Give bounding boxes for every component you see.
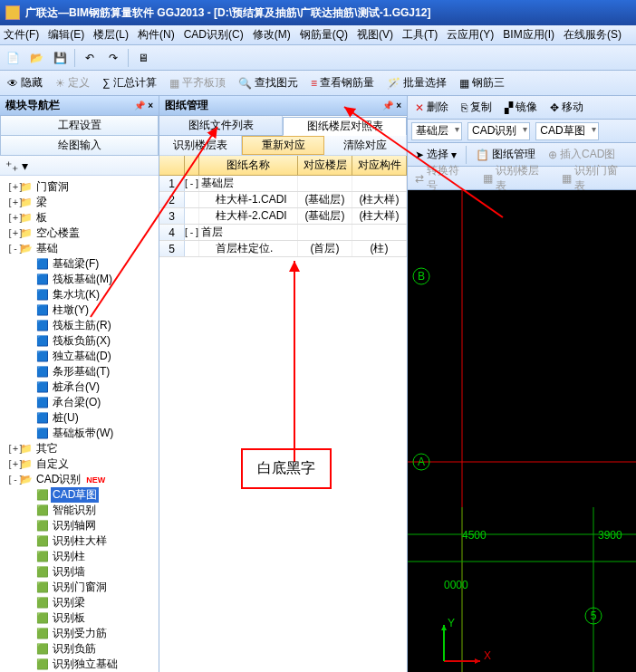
floor-dropdown[interactable]: 基础层 bbox=[411, 122, 462, 140]
table-row[interactable]: 2柱大样-1.CADI(基础层)(柱大样) bbox=[159, 192, 407, 208]
nav-tab-project[interactable]: 工程设置 bbox=[0, 116, 159, 136]
menu-file[interactable]: 文件(F) bbox=[4, 27, 39, 43]
tree-toggle-icon[interactable]: ⁺₊ ▾ bbox=[5, 158, 28, 173]
sum-button[interactable]: ∑ 汇总计算 bbox=[99, 73, 160, 93]
flat-button[interactable]: ▦平齐板顶 bbox=[166, 73, 229, 93]
tree-item[interactable]: 🟩CAD草图 bbox=[2, 487, 157, 503]
menu-modify[interactable]: 修改(M) bbox=[253, 27, 291, 43]
tree-item[interactable]: 🟩识别柱大样 bbox=[2, 533, 157, 549]
cell-expand[interactable] bbox=[185, 192, 199, 207]
menu-cloud[interactable]: 云应用(Y) bbox=[447, 27, 494, 43]
menu-cad[interactable]: CAD识别(C) bbox=[184, 27, 244, 43]
item-dropdown[interactable]: CAD草图 bbox=[535, 122, 598, 140]
drawing-grid[interactable]: 图纸名称 对应楼层 对应构件 1[-]基础层2柱大样-1.CADI(基础层)(柱… bbox=[159, 156, 407, 672]
cell-expand[interactable] bbox=[185, 241, 199, 256]
tree-item[interactable]: 🟦独立基础(D) bbox=[2, 349, 157, 364]
expand-icon[interactable]: [+] bbox=[7, 213, 18, 223]
tree-item[interactable]: 🟦柱墩(Y) bbox=[2, 302, 157, 318]
findmap-button[interactable]: 🔍查找图元 bbox=[235, 73, 302, 93]
tree-item[interactable]: 🟩识别门窗洞 bbox=[2, 580, 157, 595]
tree-item[interactable]: 🟦桩(U) bbox=[2, 410, 157, 426]
cell-expand[interactable] bbox=[185, 208, 199, 224]
menu-rebar[interactable]: 钢筋量(Q) bbox=[300, 27, 348, 43]
tree-item[interactable]: 🟦条形基础(T) bbox=[2, 364, 157, 379]
expand-icon[interactable]: [+] bbox=[7, 197, 18, 207]
pin-icon[interactable]: 📌 × bbox=[382, 101, 401, 110]
define-button[interactable]: ☀定义 bbox=[52, 73, 93, 93]
id-floor-button[interactable]: ▦识别楼层表 bbox=[479, 168, 554, 188]
menu-tool[interactable]: 工具(T) bbox=[402, 27, 438, 43]
tree-item[interactable]: 🟦筏板主筋(R) bbox=[2, 318, 157, 333]
tree-item[interactable]: 🟩识别负筋 bbox=[2, 641, 157, 657]
redo-icon[interactable]: ↷ bbox=[104, 49, 122, 67]
tree-item[interactable]: [+]📁空心楼盖 bbox=[2, 226, 157, 241]
tree-item[interactable]: 🟩智能识别 bbox=[2, 503, 157, 518]
tab-filelist[interactable]: 图纸文件列表 bbox=[159, 116, 283, 135]
tree-item[interactable]: 🟦桩承台(V) bbox=[2, 379, 157, 395]
tree-item[interactable]: 🟩识别墙 bbox=[2, 564, 157, 580]
copy-button[interactable]: ⎘复制 bbox=[458, 98, 496, 118]
tree-item[interactable]: 🟦集水坑(K) bbox=[2, 287, 157, 302]
batch-button[interactable]: 🪄批量选择 bbox=[383, 73, 450, 93]
open-icon[interactable]: 📂 bbox=[27, 49, 45, 67]
tree-item[interactable]: 🟩识别梁 bbox=[2, 595, 157, 610]
tree-item[interactable]: 🟦基础梁(F) bbox=[2, 256, 157, 272]
tree-item[interactable]: [-]📂CAD识别NEW bbox=[2, 472, 157, 487]
tree-item[interactable]: [+]📁梁 bbox=[2, 195, 157, 210]
tree-item[interactable]: [+]📁门窗洞 bbox=[2, 179, 157, 195]
expand-icon[interactable]: [+] bbox=[7, 444, 18, 454]
select-button[interactable]: ➤选择 ▾ bbox=[411, 145, 460, 165]
tree-item[interactable]: [+]📁其它 bbox=[2, 441, 157, 456]
expand-icon[interactable]: [+] bbox=[7, 182, 18, 192]
tree-item[interactable]: [-]📂基础 bbox=[2, 241, 157, 256]
tree-item[interactable]: 🟩识别板 bbox=[2, 610, 157, 626]
btn-clear[interactable]: 清除对应 bbox=[324, 136, 407, 155]
barthree-button[interactable]: ▦钢筋三 bbox=[456, 73, 508, 93]
table-row[interactable]: 5首层柱定位.(首层)(柱) bbox=[159, 241, 407, 257]
nav-tab-draw[interactable]: 绘图输入 bbox=[0, 136, 159, 156]
cell-expand[interactable]: [-] bbox=[185, 176, 199, 191]
move-button[interactable]: ✥移动 bbox=[546, 98, 587, 118]
drawing-mgr-button[interactable]: 📋图纸管理 bbox=[472, 145, 539, 165]
tree-item[interactable]: [+]📁自定义 bbox=[2, 456, 157, 472]
table-row[interactable]: 3柱大样-2.CADI(基础层)(柱大样) bbox=[159, 208, 407, 225]
tree-item[interactable]: 🟦筏板基础(M) bbox=[2, 272, 157, 287]
table-row[interactable]: 1[-]基础层 bbox=[159, 176, 407, 192]
nav-tree[interactable]: [+]📁门窗洞[+]📁梁[+]📁板[+]📁空心楼盖[-]📂基础🟦基础梁(F)🟦筏… bbox=[0, 176, 159, 672]
tree-item[interactable]: 🟩识别受力筋 bbox=[2, 626, 157, 641]
btn-id-floor[interactable]: 识别楼层表 bbox=[159, 136, 242, 155]
mirror-button[interactable]: ▞镜像 bbox=[501, 98, 541, 118]
display-icon[interactable]: 🖥 bbox=[134, 49, 152, 67]
table-row[interactable]: 4[-]首层 bbox=[159, 225, 407, 241]
delete-button[interactable]: ✕删除 bbox=[411, 98, 452, 118]
expand-icon[interactable]: [+] bbox=[7, 228, 18, 238]
menu-floor[interactable]: 楼层(L) bbox=[93, 27, 129, 43]
menu-bim[interactable]: BIM应用(I) bbox=[503, 27, 554, 43]
expand-icon[interactable]: [-] bbox=[7, 475, 18, 485]
tree-item[interactable]: 🟩识别独立基础 bbox=[2, 657, 157, 672]
tree-item[interactable]: 🟦承台梁(O) bbox=[2, 395, 157, 410]
hide-button[interactable]: 👁隐藏 bbox=[4, 73, 46, 93]
tree-item[interactable]: [+]📁板 bbox=[2, 210, 157, 226]
id-window-button[interactable]: ▦识别门窗表 bbox=[558, 168, 632, 188]
cell-expand[interactable]: [-] bbox=[185, 225, 199, 240]
menu-component[interactable]: 构件(N) bbox=[138, 27, 175, 43]
btn-remap[interactable]: 重新对应 bbox=[242, 136, 325, 155]
category-dropdown[interactable]: CAD识别 bbox=[467, 122, 530, 140]
menu-view[interactable]: 视图(V) bbox=[357, 27, 393, 43]
tree-item[interactable]: 🟩识别柱 bbox=[2, 549, 157, 564]
tree-item[interactable]: 🟦基础板带(W) bbox=[2, 426, 157, 441]
cad-canvas[interactable]: A B 5 4500 3900 0000 X Y bbox=[408, 190, 636, 672]
menu-online[interactable]: 在线服务(S) bbox=[564, 27, 622, 43]
tree-item[interactable]: 🟦筏板负筋(X) bbox=[2, 333, 157, 349]
expand-icon[interactable]: [-] bbox=[7, 244, 18, 254]
menu-edit[interactable]: 编辑(E) bbox=[48, 27, 84, 43]
expand-icon[interactable]: [+] bbox=[7, 459, 18, 469]
tab-floormap[interactable]: 图纸楼层对照表 bbox=[283, 117, 407, 136]
save-icon[interactable]: 💾 bbox=[51, 49, 69, 67]
new-file-icon[interactable]: 📄 bbox=[4, 49, 22, 67]
undo-icon[interactable]: ↶ bbox=[81, 49, 99, 67]
convert-button[interactable]: ⇄转换符号 bbox=[411, 168, 474, 188]
insert-cad-button[interactable]: ⊕插入CAD图 bbox=[544, 145, 619, 165]
pin-icon[interactable]: 📌 × bbox=[134, 101, 153, 110]
